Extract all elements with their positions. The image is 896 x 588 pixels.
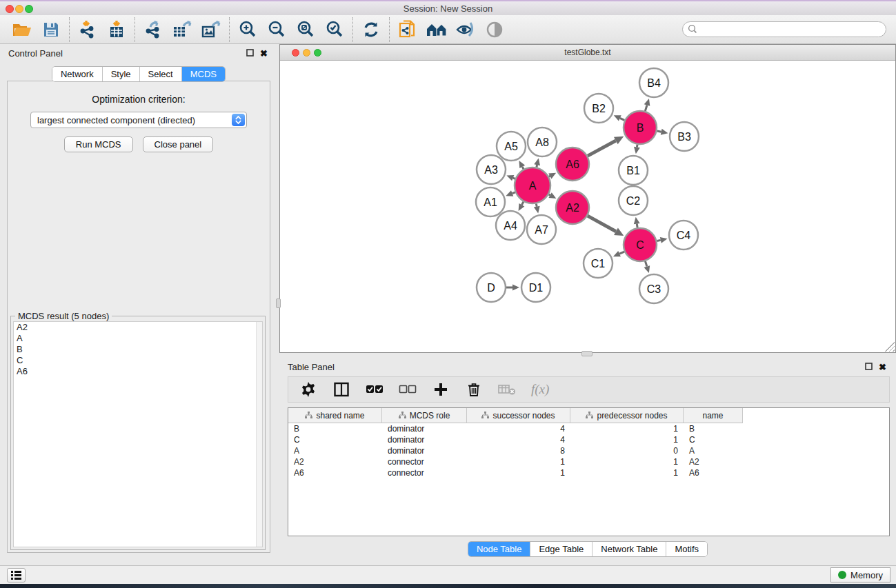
add-column-icon[interactable] bbox=[432, 381, 450, 398]
graph-node-label: A8 bbox=[535, 136, 549, 148]
tab-node-table[interactable]: Node Table bbox=[468, 542, 531, 556]
graph-edge-C-C2[interactable] bbox=[637, 224, 637, 228]
graph-edge-A6-B[interactable] bbox=[588, 141, 616, 156]
list-item[interactable]: B bbox=[14, 344, 262, 355]
zoom-fit-icon[interactable] bbox=[293, 17, 318, 42]
export-image-icon[interactable] bbox=[199, 17, 223, 42]
list-item[interactable]: C bbox=[14, 355, 262, 366]
network-canvas[interactable]: AA1A2A3A4A5A6A7A8BB1B2B3B4CC1C2C3C4DD1 bbox=[280, 61, 895, 352]
tab-select[interactable]: Select bbox=[140, 67, 182, 81]
run-mcds-button[interactable]: Run MCDS bbox=[64, 136, 133, 152]
graph-edge-A2-C[interactable] bbox=[588, 216, 616, 232]
graph-edge-B-B3[interactable] bbox=[657, 131, 661, 132]
column-header-name[interactable]: name bbox=[684, 408, 743, 423]
deselect-all-icon[interactable] bbox=[399, 381, 417, 398]
new-network-from-selection-icon[interactable] bbox=[395, 17, 420, 42]
list-item[interactable]: A6 bbox=[14, 366, 262, 377]
graph-edge-A-A1[interactable] bbox=[512, 192, 515, 194]
graph-edge-arrowhead bbox=[534, 158, 540, 165]
graph-edge-A-A2[interactable] bbox=[549, 194, 550, 195]
table-row[interactable]: B dominator 4 1 B bbox=[288, 423, 889, 434]
import-table-icon[interactable] bbox=[104, 17, 129, 42]
graph-edge-arrowhead bbox=[644, 99, 650, 106]
close-panel-button[interactable]: Close panel bbox=[143, 136, 214, 152]
network-window-titlebar[interactable]: testGlobe.txt bbox=[280, 45, 895, 61]
graph-node-label: B4 bbox=[647, 77, 661, 89]
tab-motifs[interactable]: Motifs bbox=[666, 542, 707, 556]
graph-node-label: A7 bbox=[535, 224, 548, 236]
column-header-predecessor-nodes[interactable]: predecessor nodes bbox=[570, 408, 684, 423]
graph-node-label: C3 bbox=[647, 283, 661, 295]
export-table-icon[interactable] bbox=[170, 17, 195, 42]
column-header-successor-nodes[interactable]: successor nodes bbox=[467, 408, 570, 423]
graph-edge-A-A4[interactable] bbox=[521, 202, 524, 205]
tab-network-table[interactable]: Network Table bbox=[593, 542, 666, 556]
graph-edge-A-A3[interactable] bbox=[513, 178, 515, 179]
column-header-mcds-role[interactable]: MCDS role bbox=[382, 408, 467, 423]
graph-node-label: A1 bbox=[484, 196, 497, 208]
list-item[interactable]: A2 bbox=[14, 322, 262, 333]
graph-edge-arrowhead bbox=[634, 217, 640, 225]
select-stepper-icon bbox=[232, 114, 245, 126]
graph-edge-C-C1[interactable] bbox=[619, 252, 624, 254]
table-row[interactable]: A2 connector 1 1 A2 bbox=[288, 456, 889, 467]
control-panel: Control Panel ✖ Network Style Select MCD… bbox=[0, 44, 277, 565]
tab-network[interactable]: Network bbox=[52, 67, 103, 81]
graph-edge-C-C4[interactable] bbox=[657, 240, 660, 241]
node-table[interactable]: shared name MCDS role successor nodes pr… bbox=[288, 407, 890, 536]
tab-style[interactable]: Style bbox=[103, 67, 140, 81]
graph-edge-A-A8[interactable] bbox=[537, 165, 537, 167]
close-panel-icon[interactable]: ✖ bbox=[260, 48, 268, 59]
graph-edge-A-A7[interactable] bbox=[536, 203, 537, 206]
split-pane-grip[interactable] bbox=[276, 298, 281, 308]
graph-edge-C-C3[interactable] bbox=[645, 261, 646, 267]
table-row[interactable]: A6 connector 1 1 A6 bbox=[288, 467, 889, 478]
app-titlebar: Session: New Session bbox=[0, 0, 896, 15]
network-view-window: testGlobe.txt AA1A2A3A4A5A6A7A8BB1B2B3B4… bbox=[279, 44, 896, 353]
hide-graphics-details-icon[interactable] bbox=[453, 17, 478, 42]
criterion-selected-value: largest connected component (directed) bbox=[37, 115, 195, 125]
float-panel-icon[interactable] bbox=[865, 362, 873, 372]
close-panel-icon[interactable]: ✖ bbox=[879, 362, 886, 372]
save-session-icon[interactable] bbox=[39, 17, 63, 42]
control-panel-title: Control Panel bbox=[8, 48, 63, 59]
window-resize-grip[interactable] bbox=[885, 342, 895, 352]
graph-edge-B-B4[interactable] bbox=[645, 105, 647, 111]
zoom-selected-icon[interactable] bbox=[322, 17, 347, 42]
gear-icon[interactable] bbox=[299, 381, 317, 398]
graph-node-label: B1 bbox=[626, 165, 640, 176]
scrollbar-track[interactable] bbox=[256, 322, 262, 547]
delete-table-icon bbox=[498, 381, 516, 398]
open-file-icon[interactable] bbox=[10, 17, 34, 42]
refresh-icon[interactable] bbox=[359, 17, 384, 42]
delete-column-icon[interactable] bbox=[465, 381, 483, 398]
graph-edge-B-B1[interactable] bbox=[637, 145, 637, 148]
graph-node-label: C bbox=[636, 239, 644, 251]
tab-edge-table[interactable]: Edge Table bbox=[530, 542, 593, 556]
horizontal-splitter-grip[interactable] bbox=[581, 351, 593, 356]
table-row[interactable]: C dominator 4 1 C bbox=[288, 434, 889, 445]
tab-mcds[interactable]: MCDS bbox=[182, 67, 225, 81]
float-panel-icon[interactable] bbox=[246, 48, 254, 59]
graph-edge-A-A5[interactable] bbox=[522, 167, 524, 169]
task-history-button[interactable] bbox=[7, 568, 26, 582]
panel-columns-icon[interactable] bbox=[332, 381, 350, 398]
memory-button[interactable]: Memory bbox=[830, 567, 890, 582]
import-network-icon[interactable] bbox=[75, 17, 100, 42]
list-item[interactable]: A bbox=[14, 333, 262, 344]
graph-edge-arrowhead bbox=[661, 129, 668, 135]
first-neighbors-icon[interactable] bbox=[424, 17, 449, 42]
toolbar-search bbox=[682, 21, 886, 37]
zoom-out-icon[interactable] bbox=[264, 17, 289, 42]
column-header-shared-name[interactable]: shared name bbox=[288, 408, 382, 423]
criterion-select[interactable]: largest connected component (directed) bbox=[30, 112, 247, 128]
export-network-icon[interactable] bbox=[141, 17, 166, 42]
mcds-result-list[interactable]: A2 A B C A6 bbox=[13, 321, 263, 547]
select-all-icon[interactable] bbox=[366, 381, 384, 398]
graph-edge-A-A6[interactable] bbox=[549, 176, 550, 176]
graph-edge-B-B2[interactable] bbox=[620, 118, 625, 120]
zoom-in-icon[interactable] bbox=[235, 17, 260, 42]
search-input[interactable] bbox=[682, 21, 886, 37]
optimization-criterion-label: Optimization criterion: bbox=[8, 94, 270, 105]
table-row[interactable]: A dominator 8 0 A bbox=[288, 445, 889, 456]
